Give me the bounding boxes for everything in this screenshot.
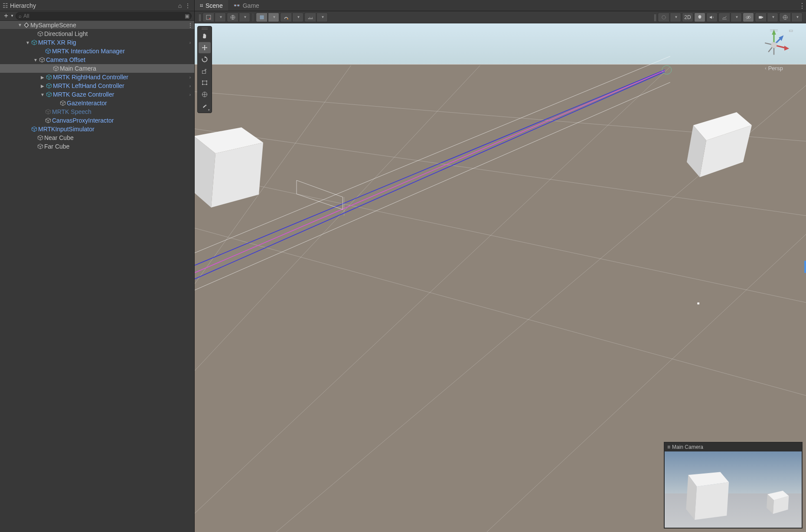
camera-preview-overlay[interactable]: ≡ Main Camera <box>664 442 803 529</box>
prefab-icon <box>30 126 38 132</box>
tab-menu-icon[interactable]: ⋮ <box>798 0 806 11</box>
tree-item-far-cube[interactable]: ▶ Far Cube <box>0 142 194 151</box>
scene-root-row[interactable]: ▼ MySampleScene ⋮ <box>0 21 194 29</box>
foldout-icon[interactable]: ▼ <box>17 23 23 27</box>
svg-point-6 <box>662 15 665 19</box>
increment-snap-button[interactable] <box>304 13 316 22</box>
gizmo-lock-icon[interactable]: ▭ <box>789 28 793 33</box>
gameobject-icon <box>59 100 67 106</box>
tab-game[interactable]: 👓 Game <box>228 0 264 11</box>
tree-item-right-hand[interactable]: ▶ MRTK RightHand Controller › <box>0 73 194 81</box>
chevron-right-icon[interactable]: › <box>189 75 191 80</box>
tree-item-xr-rig[interactable]: ▼ MRTK XR Rig › <box>0 38 194 47</box>
debug-mode-button[interactable] <box>658 13 669 22</box>
draw-mode-button[interactable] <box>202 13 214 22</box>
viewport-area: ⌗ Scene 👓 Game ⋮ ‖ ▼ ▼ ▼ <box>195 0 806 532</box>
tree-item-directional-light[interactable]: ▶ Directional Light <box>0 29 194 38</box>
foldout-icon[interactable]: ▼ <box>40 92 45 97</box>
tab-game-label: Game <box>243 2 259 9</box>
lighting-toggle-button[interactable] <box>694 13 705 22</box>
scene-toolbar: ‖ ▼ ▼ ▼ ▼ ▼ ‖ <box>195 11 806 23</box>
projection-label[interactable]: ‹ Persp <box>752 65 796 71</box>
gizmos-toggle-button[interactable] <box>779 13 790 22</box>
grid-snap-button[interactable] <box>256 13 267 22</box>
toolbar-divider <box>253 13 253 21</box>
toggle-2d-button[interactable]: 2D <box>682 13 693 22</box>
snap-toggle-button[interactable] <box>280 13 291 22</box>
tree-item-main-camera[interactable]: ▶ Main Camera <box>0 64 194 73</box>
scene-grid-icon: ⌗ <box>200 2 203 9</box>
scene-viewport[interactable]: ▭ x z ‹ Persp <box>195 23 806 532</box>
panel-menu-icon[interactable]: ⋮ <box>184 2 192 9</box>
toolbar-divider: ‖ <box>653 13 657 21</box>
tree-item-left-hand[interactable]: ▶ MRTK LeftHand Controller › <box>0 81 194 90</box>
shading-mode-button[interactable] <box>227 13 238 22</box>
gizmos-toggle-dropdown[interactable]: ▼ <box>791 13 803 22</box>
foldout-icon[interactable]: ▶ <box>40 75 45 80</box>
prefab-icon <box>45 74 53 80</box>
tree-item-canvas-proxy[interactable]: ▶ CanvasProxyInteractor <box>0 116 194 125</box>
fx-toggle-dropdown[interactable]: ▼ <box>731 13 742 22</box>
transform-tool-button[interactable] <box>199 89 211 100</box>
rect-tool-button[interactable] <box>199 77 211 88</box>
tree-item-camera-offset[interactable]: ▼ Camera Offset <box>0 55 194 64</box>
tree-item-gaze-controller[interactable]: ▼ MRTK Gaze Controller › <box>0 90 194 99</box>
tab-scene[interactable]: ⌗ Scene <box>195 0 228 11</box>
tree-item-input-simulator[interactable]: ▶ MRTKInputSimulator <box>0 125 194 133</box>
toolstrip-drag-handle[interactable] <box>199 27 211 30</box>
foldout-icon[interactable]: ▼ <box>25 40 30 45</box>
foldout-icon[interactable]: ▶ <box>40 84 45 88</box>
search-input[interactable]: ⌕ ▣ <box>16 12 192 20</box>
prefab-icon <box>44 48 52 54</box>
hierarchy-tree[interactable]: ▼ MySampleScene ⋮ ▶ Directional Light ▼ <box>0 21 194 532</box>
scene-menu-icon[interactable]: ⋮ <box>187 22 193 29</box>
svg-point-39 <box>206 84 207 85</box>
draw-mode-dropdown[interactable]: ▼ <box>215 13 226 22</box>
add-button[interactable]: ＋▼ <box>3 12 14 20</box>
custom-tool-button[interactable] <box>199 101 211 112</box>
increment-snap-dropdown[interactable]: ▼ <box>317 13 328 22</box>
hierarchy-title: Hierarchy <box>10 2 36 9</box>
svg-point-37 <box>206 81 207 81</box>
tree-item-speech[interactable]: ▶ MRTK Speech <box>0 107 194 116</box>
visibility-toggle-button[interactable] <box>743 13 754 22</box>
gameobject-icon <box>36 135 44 141</box>
svg-marker-52 <box>695 482 729 520</box>
shading-mode-dropdown[interactable]: ▼ <box>239 13 250 22</box>
grid-snap-dropdown[interactable]: ▼ <box>268 13 279 22</box>
svg-rect-34 <box>202 71 206 73</box>
audio-toggle-button[interactable] <box>706 13 718 22</box>
save-search-icon[interactable]: ▣ <box>185 13 189 19</box>
search-field[interactable] <box>23 13 189 19</box>
hierarchy-icon: ☷ <box>3 2 8 9</box>
camera-preview-header[interactable]: ≡ Main Camera <box>665 443 802 451</box>
inspector-collapse-indicator[interactable] <box>804 261 806 273</box>
fx-toggle-button[interactable] <box>718 13 730 22</box>
tree-item-near-cube[interactable]: ▶ Near Cube <box>0 133 194 142</box>
drag-handle-icon[interactable]: ≡ <box>667 444 669 450</box>
camera-preview-title: Main Camera <box>672 444 703 450</box>
hierarchy-toolbar: ＋▼ ⌕ ▣ <box>0 11 194 21</box>
rotate-tool-button[interactable] <box>199 54 211 65</box>
tree-item-gaze-interactor[interactable]: ▶ GazeInteractor <box>0 99 194 107</box>
prefab-icon <box>45 91 53 97</box>
debug-mode-dropdown[interactable]: ▼ <box>670 13 681 22</box>
axis-x-label: x <box>788 50 790 54</box>
camera-toggle-button[interactable] <box>755 13 766 22</box>
camera-toggle-dropdown[interactable]: ▼ <box>767 13 778 22</box>
lock-icon[interactable]: ⌂ <box>176 2 184 9</box>
gizmo-drag-handle[interactable] <box>770 29 778 31</box>
hand-tool-button[interactable] <box>199 30 211 42</box>
foldout-icon[interactable]: ▼ <box>33 58 38 62</box>
orientation-gizmo[interactable]: ▭ x z ‹ Persp <box>752 28 796 71</box>
chevron-right-icon[interactable]: › <box>189 40 191 45</box>
tab-strip: ⌗ Scene 👓 Game ⋮ <box>195 0 806 11</box>
chevron-right-icon[interactable]: › <box>189 92 191 97</box>
tree-item-interaction-manager[interactable]: ▶ MRTK Interaction Manager <box>0 47 194 55</box>
snap-toggle-dropdown[interactable]: ▼ <box>292 13 303 22</box>
move-tool-button[interactable] <box>199 42 211 53</box>
chevron-right-icon[interactable]: › <box>189 84 191 88</box>
hierarchy-header[interactable]: ☷ Hierarchy ⌂ ⋮ <box>0 0 194 11</box>
far-cube-mesh <box>680 110 754 179</box>
scale-tool-button[interactable] <box>199 65 211 77</box>
